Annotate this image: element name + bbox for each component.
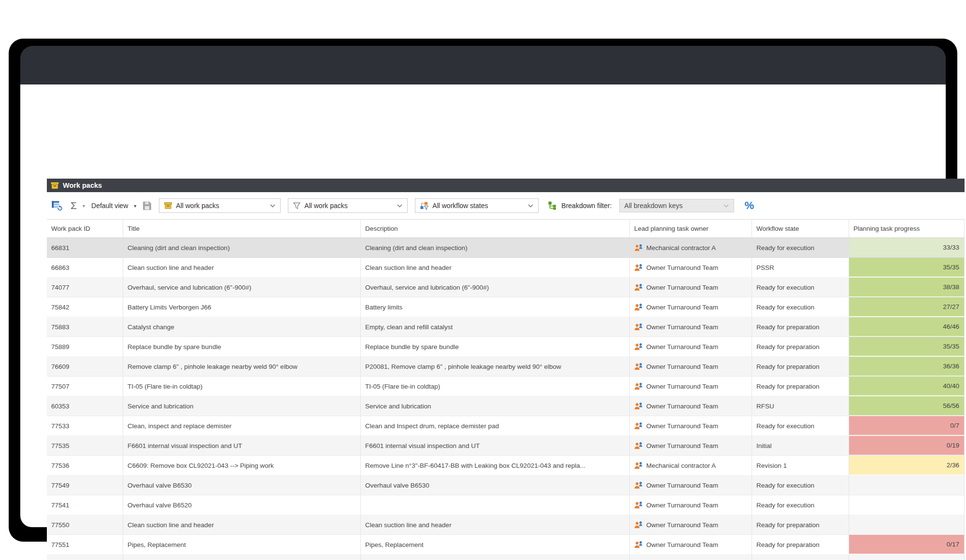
breakdown-key-select[interactable]: All breakdown keys: [619, 199, 734, 212]
cell-owner[interactable]: Owner Turnaround Team: [630, 495, 752, 515]
cell-progress[interactable]: [849, 476, 965, 495]
table-row[interactable]: 77552 Replace Valve Valve Replacement, d…: [47, 555, 965, 560]
table-row[interactable]: 66831 Cleaning (dirt and clean inspectio…: [47, 238, 965, 258]
cell-work-pack-id[interactable]: 75842: [47, 297, 123, 317]
cell-progress[interactable]: 27/27: [849, 297, 965, 317]
cell-owner[interactable]: Owner Turnaround Team: [630, 396, 752, 416]
cell-progress[interactable]: 0/17: [849, 535, 965, 555]
cell-workflow-state[interactable]: Initial: [752, 436, 849, 456]
cell-title[interactable]: Service and lubrication: [123, 396, 361, 416]
table-row[interactable]: 77541 Overhaul valve B6520 Owner Turnaro…: [47, 495, 965, 515]
cell-workflow-state[interactable]: Ready for execution: [752, 476, 849, 495]
cell-work-pack-id[interactable]: 75889: [47, 337, 123, 357]
cell-title[interactable]: Replace Valve: [123, 555, 361, 560]
table-row[interactable]: 77535 F6601 internal visual inspection a…: [47, 436, 965, 456]
cell-description[interactable]: Valve Replacement, due to failure.: [361, 555, 630, 560]
column-header-description[interactable]: Description: [361, 220, 630, 238]
save-view-icon[interactable]: [142, 201, 152, 210]
cell-progress[interactable]: 35/35: [849, 337, 965, 357]
cell-workflow-state[interactable]: Ready for execution: [752, 278, 849, 297]
cell-description[interactable]: Clean and Inspect drum, replace demister…: [361, 416, 630, 436]
cell-owner[interactable]: Mechanical contractor A: [630, 238, 752, 258]
cell-description[interactable]: Service and lubrication: [361, 396, 630, 416]
cell-title[interactable]: Overhaul valve B6520: [123, 495, 361, 515]
cell-owner[interactable]: Owner Turnaround Team: [630, 337, 752, 357]
cell-progress[interactable]: 40/40: [849, 377, 965, 396]
cell-workflow-state[interactable]: Initial: [752, 555, 849, 560]
cell-progress[interactable]: 2/36: [849, 456, 965, 476]
cell-work-pack-id[interactable]: 75883: [47, 317, 123, 337]
cell-workflow-state[interactable]: Ready for preparation: [752, 337, 849, 357]
cell-work-pack-id[interactable]: 77552: [47, 555, 123, 560]
cell-owner[interactable]: Owner Turnaround Team: [630, 377, 752, 396]
default-view-label[interactable]: Default view: [91, 202, 128, 210]
cell-description[interactable]: Cleaning (dirt and clean inspection): [361, 238, 630, 258]
cell-work-pack-id[interactable]: 66831: [47, 238, 123, 258]
cell-title[interactable]: C6609: Remove box CL92021-043 --> Piping…: [123, 456, 361, 476]
cell-work-pack-id[interactable]: 76609: [47, 357, 123, 377]
cell-work-pack-id[interactable]: 77507: [47, 377, 123, 396]
cell-description[interactable]: Overhaul valve B6530: [361, 476, 630, 495]
cell-work-pack-id[interactable]: 66863: [47, 258, 123, 278]
cell-title[interactable]: TI-05 (Flare tie-in coldtap): [123, 377, 361, 396]
cell-workflow-state[interactable]: Ready for execution: [752, 297, 849, 317]
cell-work-pack-id[interactable]: 77541: [47, 495, 123, 515]
cell-title[interactable]: Catalyst change: [123, 317, 361, 337]
view-dropdown-caret-icon[interactable]: ▾: [134, 203, 136, 209]
cell-progress[interactable]: 33/33: [849, 238, 965, 258]
column-header-work-pack-id[interactable]: Work pack ID: [47, 220, 123, 238]
table-row[interactable]: 77549 Overhaul valve B6530 Overhaul valv…: [47, 476, 965, 495]
cell-owner[interactable]: Owner Turnaround Team: [630, 297, 752, 317]
table-row[interactable]: 77550 Clean suction line and header Clea…: [47, 515, 965, 535]
cell-progress[interactable]: 35/35: [849, 258, 965, 278]
table-row[interactable]: 66863 Clean suction line and header Clea…: [47, 258, 965, 278]
cell-description[interactable]: Clean suction line and header: [361, 515, 630, 535]
cell-progress[interactable]: 56/56: [849, 396, 965, 416]
cell-title[interactable]: Clean, inspect and replace demister: [123, 416, 361, 436]
cell-workflow-state[interactable]: Ready for preparation: [752, 377, 849, 396]
cell-description[interactable]: Battery limits: [361, 297, 630, 317]
cell-title[interactable]: Overhaul, service and lubrication (6"-90…: [123, 278, 361, 297]
cell-description[interactable]: [361, 495, 630, 515]
cell-owner[interactable]: Owner Turnaround Team: [630, 258, 752, 278]
cell-description[interactable]: Empty, clean and refill catalyst: [361, 317, 630, 337]
cell-progress[interactable]: 0/19: [849, 436, 965, 456]
cell-title[interactable]: F6601 internal visual inspection and UT: [123, 436, 361, 456]
cell-owner[interactable]: Owner Turnaround Team: [630, 357, 752, 377]
cell-owner[interactable]: Owner Turnaround Team: [630, 555, 752, 560]
cell-owner[interactable]: Owner Turnaround Team: [630, 416, 752, 436]
cell-progress[interactable]: [849, 495, 965, 515]
table-row[interactable]: 60353 Service and lubrication Service an…: [47, 396, 965, 416]
cell-workflow-state[interactable]: Ready for execution: [752, 238, 849, 258]
cell-title[interactable]: Pipes, Replacement: [123, 535, 361, 555]
cell-workflow-state[interactable]: Ready for preparation: [752, 515, 849, 535]
cell-work-pack-id[interactable]: 77533: [47, 416, 123, 436]
table-row[interactable]: 77533 Clean, inspect and replace demiste…: [47, 416, 965, 436]
cell-workflow-state[interactable]: Revision 1: [752, 456, 849, 476]
column-header-title[interactable]: Title: [123, 220, 361, 238]
percent-toggle[interactable]: %: [745, 199, 754, 212]
view-settings-icon[interactable]: [52, 201, 63, 211]
cell-work-pack-id[interactable]: 60353: [47, 396, 123, 416]
cell-work-pack-id[interactable]: 77536: [47, 456, 123, 476]
cell-title[interactable]: Clean suction line and header: [123, 515, 361, 535]
cell-work-pack-id[interactable]: 74077: [47, 278, 123, 297]
work-pack-filter-select[interactable]: All work packs: [159, 198, 281, 213]
sum-icon[interactable]: Σ: [71, 200, 77, 211]
cell-work-pack-id[interactable]: 77535: [47, 436, 123, 456]
table-row[interactable]: 75883 Catalyst change Empty, clean and r…: [47, 317, 965, 337]
cell-progress[interactable]: [849, 555, 965, 560]
cell-workflow-state[interactable]: Ready for execution: [752, 416, 849, 436]
cell-owner[interactable]: Owner Turnaround Team: [630, 436, 752, 456]
cell-workflow-state[interactable]: Ready for preparation: [752, 535, 849, 555]
workflow-state-select[interactable]: All workflow states: [415, 198, 539, 213]
cell-progress[interactable]: 36/36: [849, 357, 965, 377]
table-row[interactable]: 77507 TI-05 (Flare tie-in coldtap) TI-05…: [47, 377, 965, 396]
cell-owner[interactable]: Owner Turnaround Team: [630, 278, 752, 297]
cell-title[interactable]: Remove clamp 6" , pinhole leakage nearby…: [123, 357, 361, 377]
table-row[interactable]: 77551 Pipes, Replacement Pipes, Replacem…: [47, 535, 965, 555]
column-header-progress[interactable]: Planning task progress: [849, 220, 965, 238]
column-header-workflow-state[interactable]: Workflow state: [752, 220, 849, 238]
cell-progress[interactable]: 38/38: [849, 278, 965, 297]
cell-title[interactable]: Clean suction line and header: [123, 258, 361, 278]
